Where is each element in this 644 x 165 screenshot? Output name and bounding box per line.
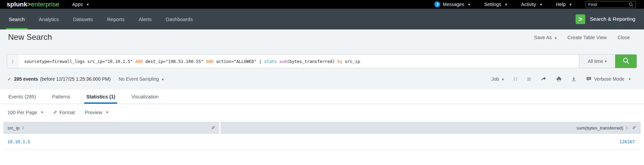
search-magnifier-icon <box>623 57 630 66</box>
splunk-logo[interactable]: splunk>enterprise <box>7 1 59 8</box>
nav-item-label: Datasets <box>73 16 93 22</box>
pause-icon <box>514 77 517 81</box>
job-status-bar: ✓ 285 events (before 12/17/25 1:25:36.00… <box>0 68 644 90</box>
current-app[interactable]: > Search & Reporting <box>576 9 644 29</box>
nav-item-label: Analytics <box>39 16 59 22</box>
nav-item-label: Alerts <box>139 16 151 22</box>
verbose-mode-icon <box>586 77 591 81</box>
nav-item-search[interactable]: Search <box>6 9 28 29</box>
print-job-button[interactable] <box>556 77 561 81</box>
help-menu[interactable]: Help <box>556 2 572 7</box>
per-page-label: 100 Per Page <box>7 110 37 115</box>
sort-icon[interactable] <box>626 126 628 130</box>
current-app-name: Search & Reporting <box>590 16 635 22</box>
tab-label: Statistics (1) <box>86 94 115 99</box>
table-row: 10.10.1.5 126167 <box>3 134 641 150</box>
tab-patterns[interactable]: Patterns <box>50 90 72 104</box>
tab-label: Visualization <box>131 94 158 99</box>
settings-menu[interactable]: Settings <box>484 2 507 7</box>
close-label: Close <box>617 35 630 40</box>
page-header-row: New Search Save As Create Table View Clo… <box>0 29 644 42</box>
page-title: New Search <box>8 32 52 42</box>
settings-menu-label: Settings <box>484 2 501 7</box>
format-button[interactable]: Format <box>53 110 75 115</box>
activity-menu-label: Activity <box>521 2 536 7</box>
time-range-label: All time <box>588 59 603 64</box>
column-label: src_ip <box>7 126 19 131</box>
job-menu[interactable]: Job <box>491 76 504 82</box>
sort-icon[interactable] <box>22 126 24 130</box>
search-mode-label: Verbose Mode <box>594 76 624 82</box>
save-as-button[interactable]: Save As <box>534 35 557 40</box>
help-menu-label: Help <box>556 2 566 7</box>
time-range-picker[interactable]: All time <box>579 55 615 68</box>
preview-menu[interactable]: Preview <box>85 110 108 115</box>
event-sampling-menu[interactable]: No Event Sampling <box>119 76 164 82</box>
job-done-check-icon: ✓ <box>7 76 11 82</box>
format-label: Format <box>59 110 75 115</box>
format-pencil-icon <box>53 110 57 115</box>
nav-item-alerts[interactable]: Alerts <box>136 9 154 29</box>
tab-statistics[interactable]: Statistics (1) <box>84 90 117 104</box>
nav-item-dashboards[interactable]: Dashboards <box>163 9 196 29</box>
stop-job-button[interactable] <box>527 77 531 81</box>
export-job-button[interactable] <box>572 77 576 81</box>
search-section: New Search Save As Create Table View Clo… <box>0 29 644 90</box>
table-header-row: src_ip sum(bytes_transferred) <box>3 122 641 134</box>
edit-column-icon[interactable] <box>632 126 636 130</box>
results-toolbar: 100 Per Page Format Preview <box>0 104 644 120</box>
header-actions: Save As Create Table View Close <box>534 35 630 40</box>
share-icon <box>541 77 546 81</box>
statistics-table: src_ip sum(bytes_transferred) 10.10.1.5 … <box>3 122 641 150</box>
event-sampling-label: No Event Sampling <box>119 76 159 82</box>
run-search-button[interactable] <box>615 55 637 68</box>
query-line-number: 1 <box>7 55 18 68</box>
top-bar: splunk>enterprise Apps 3 Messages Settin… <box>0 0 644 9</box>
topbar-right-group: 3 Messages Settings Activity Help <box>434 1 636 8</box>
find-search-box[interactable] <box>586 1 636 8</box>
edit-column-icon[interactable] <box>211 126 215 130</box>
logo-brand-text: splunk <box>7 1 27 8</box>
close-button[interactable]: Close <box>617 35 630 40</box>
logo-gt-glyph: > <box>27 1 31 8</box>
column-header-sum-bytes[interactable]: sum(bytes_transferred) <box>220 122 641 134</box>
stop-icon <box>527 77 531 81</box>
logo-product-text: enterprise <box>31 1 59 8</box>
search-mode-menu[interactable]: Verbose Mode <box>586 76 631 82</box>
per-page-menu[interactable]: 100 Per Page <box>7 110 43 115</box>
nav-item-label: Search <box>9 16 25 22</box>
messages-count-badge: 3 <box>434 1 440 7</box>
src-ip-value[interactable]: 10.10.1.5 <box>7 139 30 144</box>
nav-item-analytics[interactable]: Analytics <box>36 9 62 29</box>
create-table-view-button[interactable]: Create Table View <box>567 35 607 40</box>
search-query-text: sourcetype=firewall_logs src_ip="10.10.1… <box>24 59 360 64</box>
nav-item-label: Reports <box>107 16 125 22</box>
pause-job-button[interactable] <box>514 77 517 81</box>
tab-label: Events (285) <box>8 94 36 99</box>
activity-menu[interactable]: Activity <box>521 2 542 7</box>
tab-events[interactable]: Events (285) <box>6 90 38 104</box>
messages-menu[interactable]: 3 Messages <box>434 1 470 7</box>
results-tabs: Events (285) Patterns Statistics (1) Vis… <box>0 90 644 104</box>
download-icon <box>572 77 576 81</box>
create-table-view-label: Create Table View <box>567 35 607 40</box>
job-controls: Job Verbose Mode <box>491 76 631 82</box>
nav-item-reports[interactable]: Reports <box>104 9 128 29</box>
cell-src-ip: 10.10.1.5 <box>3 134 219 150</box>
search-query-input[interactable]: sourcetype=firewall_logs src_ip="10.10.1… <box>18 55 579 68</box>
app-nav-bar: Search Analytics Datasets Reports Alerts… <box>0 9 644 29</box>
column-label: sum(bytes_transferred) <box>577 126 624 131</box>
nav-item-label: Dashboards <box>166 16 193 22</box>
apps-menu[interactable]: Apps <box>72 2 89 7</box>
sum-bytes-value[interactable]: 126167 <box>620 139 635 144</box>
tab-visualization[interactable]: Visualization <box>129 90 160 104</box>
nav-item-datasets[interactable]: Datasets <box>70 9 96 29</box>
job-menu-label: Job <box>491 76 499 82</box>
apps-menu-label: Apps <box>72 2 83 7</box>
messages-menu-label: Messages <box>443 2 464 7</box>
column-header-src-ip[interactable]: src_ip <box>3 122 219 134</box>
event-count-qualifier: (before 12/17/25 1:25:36.000 PM) <box>40 76 110 82</box>
tab-label: Patterns <box>52 94 70 99</box>
share-job-button[interactable] <box>541 77 546 81</box>
find-input[interactable] <box>588 2 629 7</box>
